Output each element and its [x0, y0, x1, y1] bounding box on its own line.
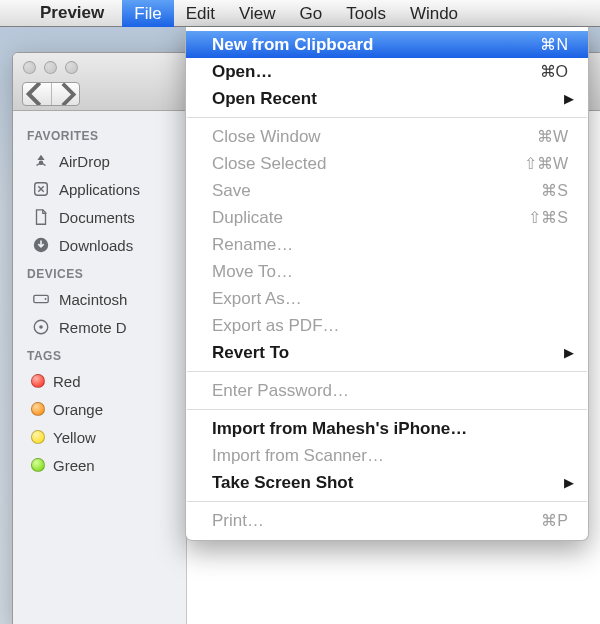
menu-view[interactable]: View	[227, 0, 288, 27]
forward-button[interactable]	[51, 83, 79, 105]
menu-item-label: Rename…	[212, 235, 568, 255]
menu-item-label: Move To…	[212, 262, 568, 282]
tag-dot-yellow	[31, 430, 45, 444]
menubar: Preview File Edit View Go Tools Windo	[0, 0, 600, 27]
sidebar-header-devices: DEVICES	[13, 259, 186, 285]
sidebar-item-downloads[interactable]: Downloads	[13, 231, 186, 259]
window-controls	[23, 61, 78, 74]
submenu-arrow-icon: ▶	[564, 91, 574, 106]
menu-item-shortcut: ⌘N	[540, 35, 568, 54]
tag-dot-orange	[31, 402, 45, 416]
sidebar-tag-red[interactable]: Red	[13, 367, 186, 395]
sidebar-tag-yellow[interactable]: Yellow	[13, 423, 186, 451]
menu-item-save: Save⌘S	[186, 177, 588, 204]
menu-item-label: Close Selected	[212, 154, 524, 174]
sidebar-item-label: Macintosh	[59, 291, 127, 308]
menu-item-label: New from Clipboard	[212, 35, 540, 55]
menu-item-label: Revert To	[212, 343, 568, 363]
sidebar-item-macintosh-hd[interactable]: Macintosh	[13, 285, 186, 313]
sidebar: FAVORITES AirDrop Applications	[13, 111, 187, 624]
sidebar-item-label: Yellow	[53, 429, 96, 446]
menu-separator	[187, 117, 587, 118]
menu-separator	[187, 371, 587, 372]
close-window-button[interactable]	[23, 61, 36, 74]
app-name[interactable]: Preview	[40, 3, 104, 23]
menu-item-shortcut: ⌘P	[541, 511, 568, 530]
zoom-window-button[interactable]	[65, 61, 78, 74]
menu-item-shortcut: ⌘W	[537, 127, 568, 146]
menu-tools[interactable]: Tools	[334, 0, 398, 27]
menu-item-close-window: Close Window⌘W	[186, 123, 588, 150]
minimize-window-button[interactable]	[44, 61, 57, 74]
menu-item-close-selected: Close Selected⇧⌘W	[186, 150, 588, 177]
svg-point-4	[45, 298, 47, 300]
back-button[interactable]	[23, 83, 51, 105]
airdrop-icon	[31, 151, 51, 171]
menu-item-open[interactable]: Open…⌘O	[186, 58, 588, 85]
menu-item-label: Import from Scanner…	[212, 446, 568, 466]
sidebar-tag-green[interactable]: Green	[13, 451, 186, 479]
menu-item-label: Open Recent	[212, 89, 568, 109]
menu-item-label: Import from Mahesh's iPhone…	[212, 419, 568, 439]
menu-item-enter-password: Enter Password…	[186, 377, 588, 404]
menu-item-revert-to[interactable]: Revert To▶	[186, 339, 588, 366]
sidebar-item-label: Downloads	[59, 237, 133, 254]
menu-item-take-screen-shot[interactable]: Take Screen Shot▶	[186, 469, 588, 496]
sidebar-header-favorites: FAVORITES	[13, 121, 186, 147]
menu-item-new-from-clipboard[interactable]: New from Clipboard⌘N	[186, 31, 588, 58]
sidebar-tag-orange[interactable]: Orange	[13, 395, 186, 423]
tag-dot-green	[31, 458, 45, 472]
sidebar-item-label: Red	[53, 373, 81, 390]
applications-icon	[31, 179, 51, 199]
menu-edit[interactable]: Edit	[174, 0, 227, 27]
tag-dot-red	[31, 374, 45, 388]
menu-item-label: Take Screen Shot	[212, 473, 568, 493]
menu-file[interactable]: File	[122, 0, 173, 27]
sidebar-item-documents[interactable]: Documents	[13, 203, 186, 231]
menu-item-print: Print…⌘P	[186, 507, 588, 534]
menu-item-export-as-pdf: Export as PDF…	[186, 312, 588, 339]
sidebar-item-label: Applications	[59, 181, 140, 198]
disc-icon	[31, 317, 51, 337]
menu-item-rename: Rename…	[186, 231, 588, 258]
menu-window[interactable]: Windo	[398, 0, 470, 27]
sidebar-item-label: Remote D	[59, 319, 127, 336]
menu-item-shortcut: ⇧⌘S	[528, 208, 568, 227]
menu-go[interactable]: Go	[288, 0, 335, 27]
sidebar-item-label: Documents	[59, 209, 135, 226]
menu-item-label: Print…	[212, 511, 541, 531]
menu-item-label: Close Window	[212, 127, 537, 147]
menu-item-shortcut: ⇧⌘W	[524, 154, 568, 173]
sidebar-item-airdrop[interactable]: AirDrop	[13, 147, 186, 175]
menu-item-open-recent[interactable]: Open Recent▶	[186, 85, 588, 112]
submenu-arrow-icon: ▶	[564, 475, 574, 490]
menu-item-export-as: Export As…	[186, 285, 588, 312]
menu-separator	[187, 409, 587, 410]
menu-item-label: Export as PDF…	[212, 316, 568, 336]
sidebar-item-label: Green	[53, 457, 95, 474]
documents-icon	[31, 207, 51, 227]
menu-item-label: Export As…	[212, 289, 568, 309]
menu-item-shortcut: ⌘O	[540, 62, 568, 81]
menu-item-label: Open…	[212, 62, 540, 82]
menu-item-import-from-mahesh-s-iphone[interactable]: Import from Mahesh's iPhone…	[186, 415, 588, 442]
submenu-arrow-icon: ▶	[564, 345, 574, 360]
menu-item-move-to: Move To…	[186, 258, 588, 285]
menu-item-duplicate: Duplicate⇧⌘S	[186, 204, 588, 231]
menu-item-shortcut: ⌘S	[541, 181, 568, 200]
svg-point-6	[39, 325, 43, 329]
sidebar-header-tags: TAGS	[13, 341, 186, 367]
hdd-icon	[31, 289, 51, 309]
sidebar-item-label: AirDrop	[59, 153, 110, 170]
menu-item-import-from-scanner: Import from Scanner…	[186, 442, 588, 469]
file-menu-dropdown: New from Clipboard⌘NOpen…⌘OOpen Recent▶C…	[185, 27, 589, 541]
menu-item-label: Enter Password…	[212, 381, 568, 401]
menu-separator	[187, 501, 587, 502]
downloads-icon	[31, 235, 51, 255]
sidebar-item-applications[interactable]: Applications	[13, 175, 186, 203]
menu-item-label: Save	[212, 181, 541, 201]
sidebar-item-label: Orange	[53, 401, 103, 418]
sidebar-item-remote-disc[interactable]: Remote D	[13, 313, 186, 341]
menu-item-label: Duplicate	[212, 208, 528, 228]
nav-buttons	[22, 82, 80, 106]
